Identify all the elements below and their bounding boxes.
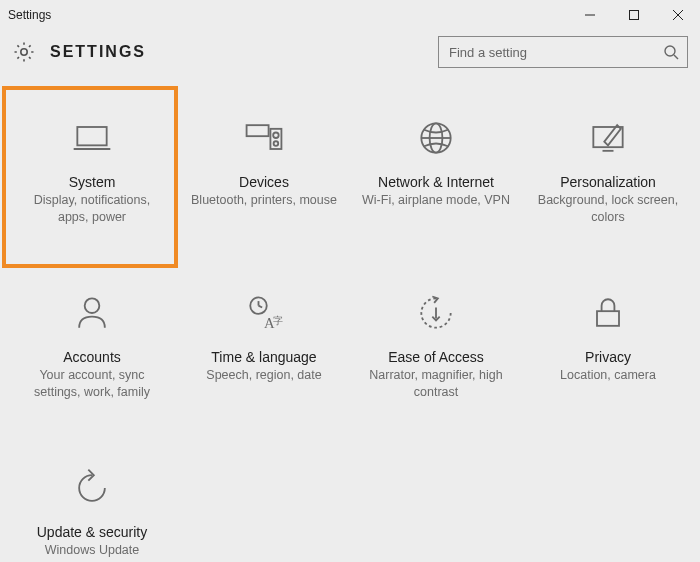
search-box[interactable] xyxy=(438,36,688,68)
tile-desc: Your account, sync settings, work, famil… xyxy=(14,367,170,401)
svg-point-13 xyxy=(273,133,279,139)
lock-icon xyxy=(586,291,630,335)
tile-time-language[interactable]: A 字 Time & language Speech, region, date xyxy=(178,273,350,448)
globe-icon xyxy=(414,116,458,160)
svg-point-5 xyxy=(665,46,675,56)
tile-title: Privacy xyxy=(585,349,631,365)
tile-desc: Display, notifications, apps, power xyxy=(14,192,170,226)
personalization-icon xyxy=(586,116,630,160)
tile-title: Accounts xyxy=(63,349,121,365)
tile-title: Devices xyxy=(239,174,289,190)
tile-update-security[interactable]: Update & security Windows Update xyxy=(6,448,178,562)
tile-desc: Bluetooth, printers, mouse xyxy=(187,192,341,209)
search-input[interactable] xyxy=(447,44,663,61)
svg-text:字: 字 xyxy=(273,315,283,326)
window-title: Settings xyxy=(8,8,51,22)
update-icon xyxy=(70,466,114,510)
tile-desc: Windows Update xyxy=(41,542,144,559)
maximize-button[interactable] xyxy=(612,1,656,29)
tile-accounts[interactable]: Accounts Your account, sync settings, wo… xyxy=(6,273,178,448)
minimize-button[interactable] xyxy=(568,1,612,29)
svg-point-4 xyxy=(21,49,27,55)
svg-line-23 xyxy=(259,306,263,308)
ease-of-access-icon xyxy=(414,291,458,335)
tile-title: System xyxy=(69,174,116,190)
system-icon xyxy=(70,116,114,160)
gear-icon xyxy=(12,40,36,64)
time-language-icon: A 字 xyxy=(242,291,286,335)
tile-privacy[interactable]: Privacy Location, camera xyxy=(522,273,694,448)
tile-personalization[interactable]: Personalization Background, lock screen,… xyxy=(522,98,694,273)
tile-desc: Location, camera xyxy=(556,367,660,384)
tile-devices[interactable]: Devices Bluetooth, printers, mouse xyxy=(178,98,350,273)
tile-title: Time & language xyxy=(211,349,316,365)
tile-title: Update & security xyxy=(37,524,148,540)
tile-network[interactable]: Network & Internet Wi-Fi, airplane mode,… xyxy=(350,98,522,273)
svg-rect-1 xyxy=(630,11,639,20)
tile-desc: Wi-Fi, airplane mode, VPN xyxy=(358,192,514,209)
accounts-icon xyxy=(70,291,114,335)
svg-line-6 xyxy=(674,55,678,59)
tile-title: Personalization xyxy=(560,174,656,190)
search-icon xyxy=(663,44,679,60)
svg-rect-27 xyxy=(597,311,619,326)
tile-desc: Speech, region, date xyxy=(202,367,325,384)
svg-point-14 xyxy=(274,141,279,146)
tile-ease-of-access[interactable]: Ease of Access Narrator, magnifier, high… xyxy=(350,273,522,448)
tile-system[interactable]: System Display, notifications, apps, pow… xyxy=(6,98,178,273)
devices-icon xyxy=(242,116,286,160)
svg-rect-7 xyxy=(77,127,106,145)
close-button[interactable] xyxy=(656,1,700,29)
svg-rect-9 xyxy=(247,125,269,136)
page-title: SETTINGS xyxy=(50,43,146,61)
svg-point-20 xyxy=(85,298,100,313)
tile-title: Network & Internet xyxy=(378,174,494,190)
tile-title: Ease of Access xyxy=(388,349,484,365)
header: SETTINGS xyxy=(0,30,700,78)
tile-desc: Background, lock screen, colors xyxy=(530,192,686,226)
settings-grid: System Display, notifications, apps, pow… xyxy=(0,78,700,562)
window-titlebar: Settings xyxy=(0,0,700,30)
tile-desc: Narrator, magnifier, high contrast xyxy=(358,367,514,401)
